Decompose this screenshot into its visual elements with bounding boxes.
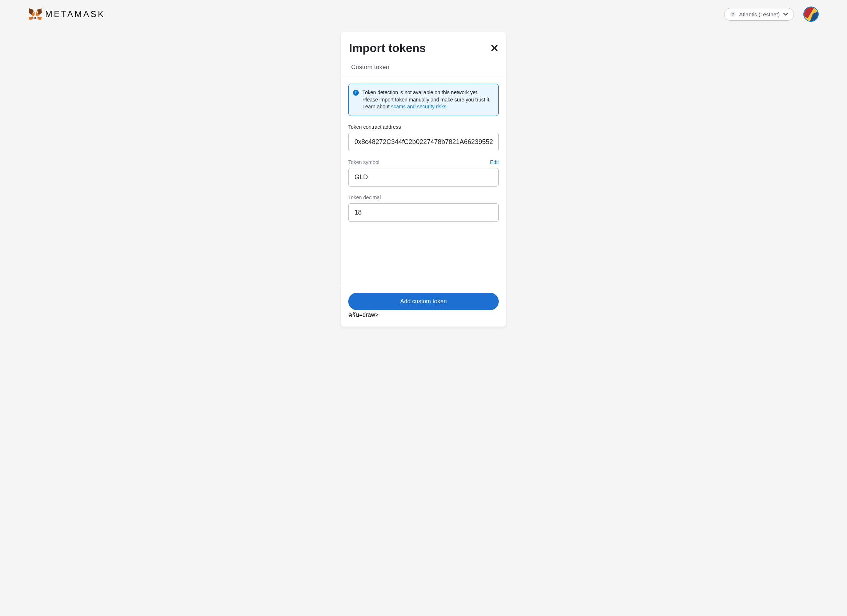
chevron-down-icon [784, 12, 788, 16]
modal-footer: Add custom tokenครับ=draw> [341, 286, 506, 326]
modal-header: Import tokens [341, 32, 506, 59]
add-custom-token-button[interactable]: Add custom token [348, 293, 499, 310]
info-banner: Token detection is not available on this… [348, 84, 499, 116]
symbol-input[interactable] [348, 168, 499, 186]
metamask-fox-icon [28, 8, 42, 21]
tab-custom-token[interactable]: Custom token [341, 59, 506, 76]
symbol-label: Token symbol [348, 159, 379, 165]
symbol-edit-link[interactable]: Edit [490, 159, 499, 165]
network-status-icon: ? [730, 12, 735, 17]
field-token-decimal: Token decimal [348, 195, 499, 222]
network-selector[interactable]: ? Atlantis (Testnet) [724, 8, 794, 21]
close-button[interactable] [491, 43, 498, 53]
tab-bar: Custom token [341, 59, 506, 76]
banner-link[interactable]: scams and security risks. [391, 103, 448, 109]
close-icon [491, 44, 498, 52]
decimal-label: Token decimal [348, 195, 381, 200]
modal-body: Token detection is not available on this… [341, 76, 506, 286]
address-label: Token contract address [348, 124, 401, 130]
banner-text: Token detection is not available on this… [362, 89, 491, 111]
info-icon [353, 90, 359, 96]
header-right: ? Atlantis (Testnet) [724, 7, 819, 22]
banner-line1: Token detection is not available on this… [362, 89, 478, 95]
network-label: Atlantis (Testnet) [739, 11, 780, 18]
import-tokens-modal: Import tokens Custom token Token detecti… [341, 32, 506, 326]
address-input[interactable] [348, 133, 499, 151]
app-header: METAMASK ? Atlantis (Testnet) [0, 0, 847, 28]
logo: METAMASK [28, 8, 105, 21]
banner-line2: Please import token manually and make su… [362, 97, 491, 103]
modal-title: Import tokens [349, 41, 426, 55]
svg-point-22 [356, 91, 356, 92]
field-token-address: Token contract address [348, 124, 499, 151]
svg-rect-23 [356, 92, 356, 94]
account-avatar[interactable] [803, 7, 819, 22]
field-token-symbol: Token symbol Edit [348, 159, 499, 186]
banner-learn-prefix: Learn about [362, 103, 391, 109]
svg-marker-14 [32, 15, 35, 17]
logo-text: METAMASK [45, 9, 105, 19]
svg-marker-15 [36, 15, 39, 17]
decimal-input[interactable] [348, 203, 499, 222]
